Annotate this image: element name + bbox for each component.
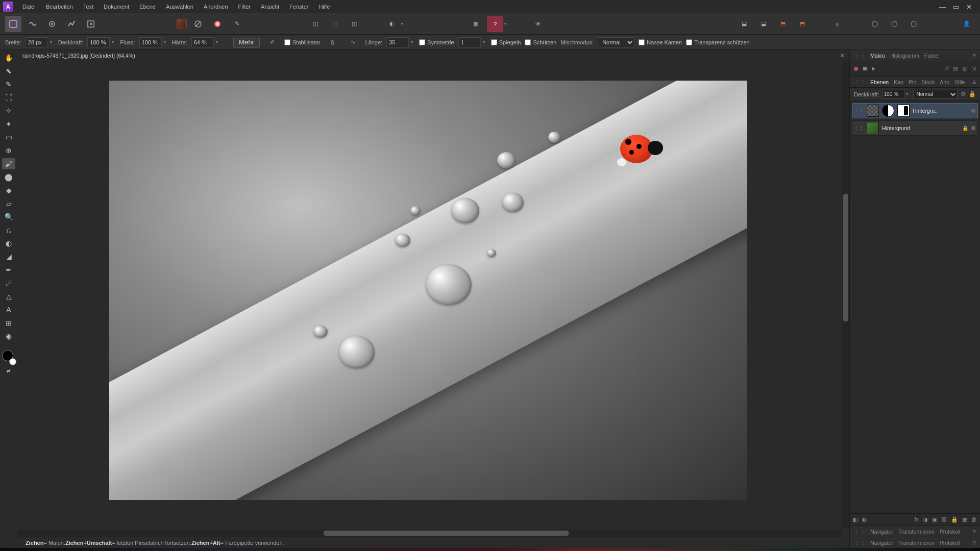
tab-transformieren[interactable]: Transformieren [898,540,935,546]
tab-histogramm[interactable]: Histogramm [890,53,919,59]
menu-ebene[interactable]: Ebene [134,0,161,13]
align-icon[interactable]: ≡ [829,16,845,32]
stop-icon[interactable] [863,67,867,70]
panel-menu-icon[interactable]: ≡ [972,539,976,546]
window-maximize-icon[interactable]: ▭ [953,3,959,11]
panel-menu-icon[interactable]: ≡ [972,79,976,86]
panel-grip-icon[interactable]: ⋮⋮ [854,529,865,535]
fx-icon[interactable]: fx [914,516,919,523]
selection-new-icon[interactable]: ◫ [307,16,324,32]
persona-liquify-icon[interactable] [24,16,41,32]
view-tool-icon[interactable]: ◉ [2,331,15,342]
more-button[interactable]: Mehr [233,37,260,48]
lock-icon[interactable]: 🔒 [962,126,968,131]
background-color-icon[interactable] [9,358,16,365]
color-swatches[interactable] [2,350,15,363]
gradient-tool-icon[interactable]: ◢ [2,251,15,262]
account-icon[interactable]: 👤 [959,16,975,32]
chevron-down-icon[interactable]: ▾ [164,40,166,44]
arrange-forward-icon[interactable]: ⬒ [775,16,791,32]
mask-layer-icon[interactable]: ◧ [853,516,858,523]
adjustment-layer-icon[interactable]: ◐ [862,516,867,523]
chevron-down-icon[interactable]: ▾ [216,40,218,44]
tab-protokoll[interactable]: Protokoll [940,529,961,535]
vertical-scrollbar[interactable] [842,61,849,528]
clone-tool-icon[interactable]: ⎌ [2,224,15,236]
tab-stock[interactable]: Stock [921,79,935,85]
flow-input[interactable] [139,37,162,47]
quickmask-icon[interactable]: ◐ [384,16,400,32]
record-icon[interactable] [854,67,858,71]
flood-select-tool-icon[interactable]: ✦ [2,118,15,130]
document-close-icon[interactable]: × [835,52,849,59]
panel-grip-icon[interactable]: ⋮⋮ [854,540,865,546]
no-color-icon[interactable] [190,16,206,32]
mesh-tool-icon[interactable]: ⊞ [2,317,15,329]
window-close-icon[interactable]: ✕ [966,3,972,11]
zoom-tool-icon[interactable]: 🔍 [2,211,15,222]
window-mode-icon[interactable]: ∿ [345,34,361,51]
persona-photo-icon[interactable] [5,16,21,32]
eyedropper-toolbar-icon[interactable]: ✎ [229,16,245,32]
macro-add-icon[interactable]: ▥ [962,65,967,72]
tab-kan[interactable]: Kan [894,79,903,85]
canvas-viewport[interactable] [17,61,849,537]
tab-navigator[interactable]: Navigator [870,529,893,535]
chevron-down-icon[interactable]: ▾ [112,40,114,44]
menu-bearbeiten[interactable]: Bearbeiten [41,0,78,13]
chevron-down-icon[interactable]: ▾ [906,92,908,96]
tab-makro[interactable]: Makro [870,53,885,59]
layer-row[interactable]: ⋮⋮ Hintergru.. [852,103,978,118]
layer-visible-dot-icon[interactable] [971,126,975,130]
selection-brush-tool-icon[interactable]: ✧ [2,105,15,116]
width-input[interactable] [26,37,48,47]
macro-list-icon[interactable]: ▤ [953,65,958,72]
selection-remove-icon[interactable]: ◫ [327,16,343,32]
op-add-icon[interactable]: ◯ [867,16,883,32]
erase-tool-icon[interactable]: ▱ [2,198,15,209]
layer-visibility-icon[interactable]: ⋮⋮ [854,126,864,131]
menu-hilfe[interactable]: Hilfe [313,0,335,13]
op-intersect-icon[interactable]: ◯ [905,16,922,32]
live-filter-icon[interactable]: ◑ [923,516,928,523]
layer-name-label[interactable]: Hintergru.. [913,108,968,114]
chevron-down-icon[interactable]: ▾ [504,21,506,26]
smudge-tool-icon[interactable]: ☄ [2,278,15,289]
play-icon[interactable] [872,67,875,71]
swap-colors-icon[interactable]: ⇄ [2,365,15,377]
menu-auswaehlen[interactable]: Auswählen [161,0,199,13]
rope-mode-icon[interactable]: § [324,34,340,51]
tab-stile[interactable]: Stile [954,79,965,85]
crop-tool-icon[interactable]: ⛶ [2,92,15,103]
link-icon[interactable]: ⛓ [941,516,947,523]
tab-ebenen[interactable]: Ebenen [870,79,889,85]
horizontal-scrollbar[interactable] [17,530,842,537]
window-minimize-icon[interactable]: — [939,3,946,11]
assistant-icon[interactable]: ? [487,16,503,32]
menu-anordnen[interactable]: Anordnen [199,0,233,13]
tab-pin[interactable]: Pin [909,79,916,85]
hardness-input[interactable] [191,37,214,47]
chevron-down-icon[interactable]: ▾ [50,40,52,44]
layer-thumbnail[interactable] [867,105,879,117]
chevron-down-icon[interactable]: ▾ [401,21,403,26]
color-wheel-icon[interactable] [209,16,226,32]
opacity-input[interactable] [87,37,110,47]
persona-develop-icon[interactable] [44,16,60,32]
blendmode-select[interactable]: Normal [598,37,634,47]
panel-grip-icon[interactable]: ⋮⋮ [854,53,865,59]
tab-anp[interactable]: Anp [940,79,949,85]
layer-settings-icon[interactable]: ⚙ [961,91,966,97]
menu-ansicht[interactable]: Ansicht [256,0,284,13]
protect-alpha-checkbox[interactable]: Transparenz schützen [686,39,749,45]
menu-datei[interactable]: Datei [17,0,41,13]
persona-export-icon[interactable] [83,16,99,32]
layer-row[interactable]: ⋮⋮ Hintergrund 🔒 [852,120,978,136]
symmetry-input[interactable] [458,37,481,47]
menu-filter[interactable]: Filter [233,0,256,13]
arrange-back-icon[interactable]: ⬓ [736,16,752,32]
mirror-checkbox[interactable]: Spiegeln [491,39,521,45]
macro-export-icon[interactable]: ⇲ [971,65,976,72]
wetedges-checkbox[interactable]: Nasse Kanten [639,39,682,45]
tab-protokoll[interactable]: Protokoll [940,540,961,546]
